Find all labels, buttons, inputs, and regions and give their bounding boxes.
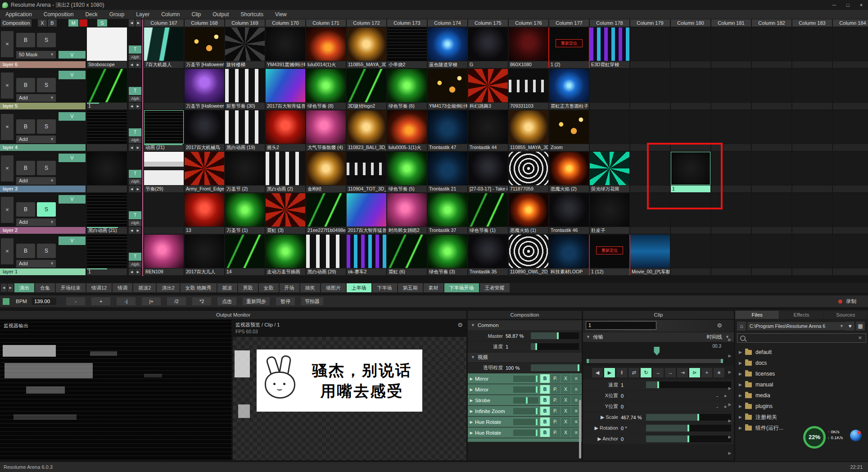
clip-slot[interactable]: ok-赛车2 — [347, 235, 386, 275]
clip-name[interactable]: Zoom — [549, 144, 589, 151]
previous-button[interactable]: ◀ — [592, 368, 603, 377]
deck-tab[interactable]: 第五期 — [398, 283, 423, 292]
layer-bypass-button[interactable]: B — [16, 78, 35, 92]
clip-slot[interactable]: Trontastik 21 — [428, 152, 467, 192]
bpm-button[interactable]: 点击 — [217, 297, 236, 305]
layer-active-clip-thumbnail[interactable] — [87, 193, 127, 227]
column-header[interactable]: Column 181 — [711, 19, 751, 27]
clip-slot[interactable] — [590, 69, 629, 109]
effect-remove-button[interactable]: X — [561, 407, 570, 415]
transport-section-header[interactable]: ▼ 传输 时间线 ▼ — [583, 332, 734, 342]
next-clip-button[interactable]: ▶ — [135, 144, 141, 151]
column-header[interactable]: Column 173 — [387, 19, 427, 27]
clip-thumbnail[interactable] — [387, 235, 427, 268]
clip-thumbnail[interactable] — [347, 110, 386, 144]
timeline-track[interactable] — [587, 359, 723, 363]
clip-thumbnail[interactable] — [266, 69, 305, 102]
clip-slot[interactable]: 金刚经 — [306, 152, 346, 192]
deck-tab[interactable]: 抽奖 — [300, 283, 320, 292]
clip-thumbnail[interactable] — [549, 193, 589, 227]
clip-thumbnail[interactable] — [185, 235, 224, 268]
layer-label[interactable]: layer 3 — [0, 186, 86, 192]
menu-item-application[interactable]: Application — [5, 11, 32, 18]
layer-alpha-button[interactable]: Alph — [129, 179, 141, 185]
clip-slot[interactable]: lulu0005-1(1)火 — [387, 110, 427, 151]
layer-video-button[interactable]: V — [59, 51, 86, 59]
previous-clip-button[interactable]: ◀ — [129, 227, 135, 234]
clip-slot[interactable]: 动画 (21) — [144, 110, 184, 151]
clip-slot[interactable]: 蓝色隧道穿梭 — [428, 27, 467, 68]
composition-bypass-button[interactable]: B — [48, 19, 57, 27]
layer-solo-button[interactable]: S — [37, 119, 56, 134]
folder-row[interactable]: ▶licenses — [735, 368, 868, 379]
layer-transition-button[interactable]: T — [129, 87, 141, 95]
layer-transition-button[interactable]: T — [129, 211, 141, 219]
previous-clip-button[interactable]: ◀ — [129, 186, 135, 192]
clip-name[interactable]: 2017百大几人 — [185, 268, 224, 275]
clip-slot[interactable]: 3D旋转logo2 — [347, 69, 386, 109]
deck-tab[interactable]: 下半场开场 — [444, 283, 479, 292]
clip-name[interactable]: 110823_BALI_3D_LI... — [347, 144, 386, 151]
automation-arrow-icon[interactable]: ▶ — [727, 398, 732, 414]
browser-tab-sources[interactable]: Sources — [824, 311, 868, 319]
composition-clear-button[interactable]: X — [38, 19, 47, 27]
clip-slot[interactable] — [833, 110, 868, 151]
clip-slot[interactable]: 科技素材LOOP — [549, 235, 589, 275]
clip-thumbnail[interactable] — [266, 110, 305, 144]
column-header[interactable]: Column 172 — [347, 19, 386, 27]
clip-settings-gear-icon[interactable]: ⚙ — [717, 322, 722, 329]
effect-param-button[interactable]: P. — [551, 428, 560, 437]
menu-item-view[interactable]: View — [275, 11, 287, 18]
clip-thumbnail[interactable] — [428, 193, 467, 227]
menu-item-group[interactable]: Group — [109, 11, 124, 18]
browser-tab-effects[interactable]: Effects — [779, 311, 823, 319]
slider-handle[interactable] — [557, 332, 559, 339]
clip-slot[interactable]: Army_Front_EdgeRa... — [185, 152, 224, 192]
clip-thumbnail[interactable] — [225, 235, 265, 268]
clip-thumbnail[interactable] — [225, 69, 265, 102]
clip-name[interactable]: 860X1080 — [509, 61, 548, 68]
layer-label[interactable]: layer 6 — [0, 61, 86, 68]
layer-alpha-button[interactable]: Alph — [129, 54, 141, 60]
deck-tab[interactable]: 女歌 — [259, 283, 279, 292]
clip-slot[interactable]: 恶魔火焰 (1) — [509, 193, 548, 234]
clip-thumbnail[interactable] — [185, 27, 224, 61]
layer-alpha-button[interactable]: Alph — [129, 220, 141, 226]
clip-slot[interactable]: [27-03-17] - Take it ... — [468, 152, 508, 192]
clip-slot[interactable] — [752, 69, 791, 109]
clip-name[interactable]: 110855_MAYA_3D_L... — [509, 144, 548, 151]
deck-tab[interactable]: 开场结束 — [56, 283, 86, 292]
clip-thumbnail[interactable] — [468, 110, 508, 144]
layer-video-button[interactable]: V — [59, 112, 86, 121]
clip-name[interactable]: 大气节奏骷髅 (4) — [306, 144, 346, 151]
layer-label[interactable]: layer 5 — [0, 103, 86, 109]
layer-active-clip-name[interactable] — [87, 144, 127, 151]
layer-active-clip-name[interactable]: 1 — [87, 103, 127, 109]
clip-name[interactable]: E3D霓虹穿梭 — [590, 61, 629, 68]
clip-slot[interactable] — [833, 193, 868, 234]
search-input[interactable]: ✕ — [737, 333, 866, 343]
clip-slot[interactable]: 21ee227f1b0498e97... — [306, 193, 346, 234]
clip-name[interactable]: REN109 — [144, 268, 184, 275]
clip-thumbnail[interactable]: 重新定位 — [549, 27, 589, 61]
clip-slot[interactable] — [752, 152, 791, 192]
clip-name[interactable]: ok-赛车2 — [347, 268, 386, 275]
clip-name-input[interactable]: 1 — [586, 321, 656, 330]
clip-slot[interactable]: 恶魔火焰 (2) — [549, 152, 589, 192]
clip-slot[interactable]: 黑白动画 (2) — [266, 152, 305, 192]
clip-slot[interactable] — [630, 27, 670, 68]
previous-clip-button[interactable]: ◀ — [129, 103, 135, 109]
column-header[interactable]: Column 184 — [833, 19, 868, 27]
tempo-link-icon[interactable] — [3, 298, 9, 305]
clip-thumbnail[interactable] — [549, 235, 589, 268]
clip-slot[interactable]: 绿色节奏 (5) — [387, 152, 427, 192]
next-clip-button[interactable]: ▶ — [135, 103, 141, 109]
clip-name[interactable]: 动画 (21) — [144, 144, 184, 151]
deck-tab[interactable]: 情调12 — [86, 283, 112, 292]
clip-slot[interactable]: G — [468, 27, 508, 68]
clip-thumbnail[interactable] — [509, 235, 548, 268]
clip-slot[interactable] — [792, 110, 832, 151]
effect-opacity-slider[interactable] — [513, 430, 538, 436]
clip-thumbnail[interactable] — [144, 152, 184, 185]
clip-name[interactable]: Trontastik 47 — [428, 144, 467, 151]
